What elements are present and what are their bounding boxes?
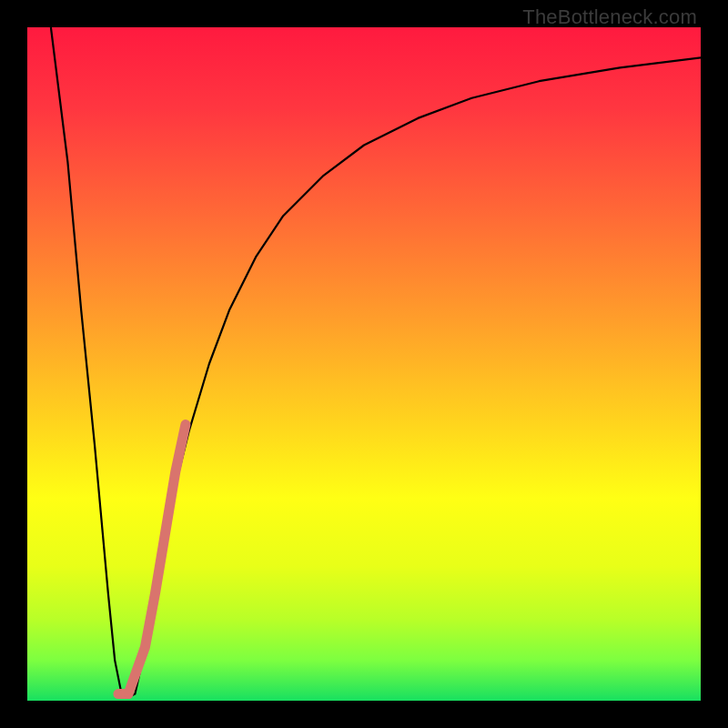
chart-frame: TheBottleneck.com	[0, 0, 728, 728]
plot-area	[27, 27, 701, 701]
bottleneck-curve	[51, 27, 701, 697]
curve-layer	[27, 27, 701, 701]
highlight-segment	[118, 425, 186, 694]
watermark-text: TheBottleneck.com	[522, 5, 697, 29]
